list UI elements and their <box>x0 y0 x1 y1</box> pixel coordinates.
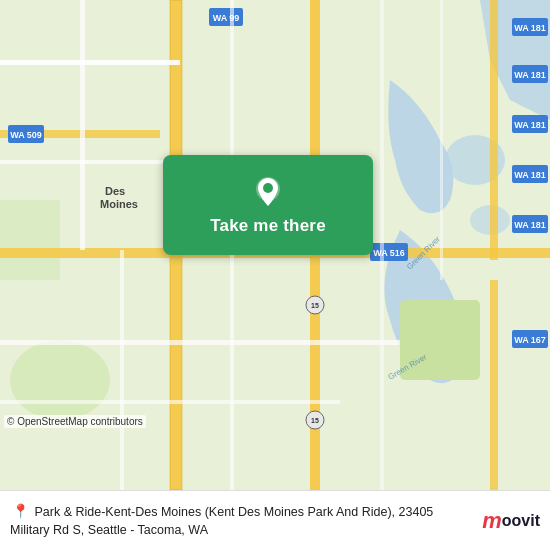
svg-text:WA 181: WA 181 <box>514 170 546 180</box>
svg-text:Des: Des <box>105 185 125 197</box>
svg-rect-37 <box>80 0 85 250</box>
svg-text:WA 167: WA 167 <box>514 335 546 345</box>
footer-location-text: Park & Ride-Kent-Des Moines (Kent Des Mo… <box>10 505 433 537</box>
svg-rect-42 <box>380 0 384 490</box>
svg-text:WA 509: WA 509 <box>10 130 42 140</box>
moovit-brand-text: oovit <box>502 512 540 530</box>
svg-rect-40 <box>0 400 340 404</box>
location-pin-icon <box>250 174 286 210</box>
svg-text:WA 99: WA 99 <box>213 13 240 23</box>
take-me-there-label: Take me there <box>210 216 326 236</box>
svg-point-4 <box>10 340 110 420</box>
map-container: WA 99 15 15 WA 516 WA 509 WA 181 WA 181 … <box>0 0 550 490</box>
svg-rect-41 <box>120 250 124 490</box>
svg-text:Moines: Moines <box>100 198 138 210</box>
svg-text:WA 181: WA 181 <box>514 70 546 80</box>
svg-text:WA 181: WA 181 <box>514 120 546 130</box>
moovit-logo: m oovit <box>482 508 540 534</box>
footer: 📍 Park & Ride-Kent-Des Moines (Kent Des … <box>0 490 550 550</box>
svg-rect-35 <box>0 60 180 65</box>
svg-text:WA 181: WA 181 <box>514 23 546 33</box>
svg-rect-21 <box>490 0 498 260</box>
osm-attribution: © OpenStreetMap contributors <box>4 415 146 428</box>
svg-text:15: 15 <box>311 417 319 424</box>
svg-text:WA 516: WA 516 <box>373 248 405 258</box>
svg-rect-43 <box>440 0 443 280</box>
svg-text:WA 181: WA 181 <box>514 220 546 230</box>
svg-rect-32 <box>490 280 498 490</box>
svg-rect-5 <box>0 200 60 280</box>
location-pin-footer: 📍 <box>12 503 29 519</box>
svg-point-49 <box>263 183 273 193</box>
moovit-m-icon: m <box>482 508 502 534</box>
take-me-there-button[interactable]: Take me there <box>163 155 373 255</box>
svg-text:15: 15 <box>311 302 319 309</box>
footer-text: 📍 Park & Ride-Kent-Des Moines (Kent Des … <box>10 502 472 539</box>
svg-rect-39 <box>0 340 400 345</box>
